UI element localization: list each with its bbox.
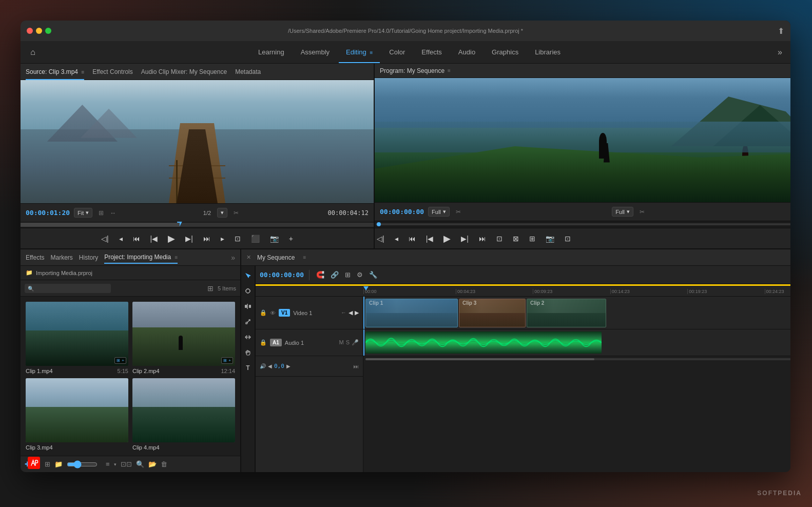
source-tab-metadata[interactable]: Metadata [235, 66, 261, 77]
source-loop-btn[interactable]: ⊡ [233, 232, 243, 245]
program-fit-dropdown[interactable]: Full ▾ [428, 207, 450, 217]
program-quality-dropdown[interactable]: Full ▾ [612, 207, 633, 217]
source-next-frame-btn[interactable]: ▶| [183, 232, 195, 245]
source-tab-clip[interactable]: Source: Clip 3.mp4 ≡ [26, 66, 84, 77]
tab-effects[interactable]: Effects [414, 45, 449, 59]
program-prev-frame-btn[interactable]: |◀ [424, 232, 436, 245]
project-tab-effects[interactable]: Effects [26, 252, 44, 263]
source-tab-effects[interactable]: Effect Controls [92, 66, 132, 77]
razor-tool-btn[interactable] [242, 316, 254, 327]
source-insert-btn[interactable]: ⬛ [249, 232, 262, 245]
source-next-btn[interactable]: ⏭ [201, 232, 212, 245]
a1-track-icons: M S 🎤 [339, 339, 359, 346]
clip-item-3[interactable]: Clip 3.mp4 [26, 378, 128, 451]
sequence-menu-icon[interactable]: ≡ [303, 255, 306, 260]
program-camera-btn[interactable]: 📷 [544, 232, 556, 245]
share-button[interactable]: ⬆ [778, 26, 784, 36]
more-tabs-button[interactable]: » [774, 46, 786, 59]
a1-lock-icon[interactable]: 🔒 [260, 339, 267, 346]
clip-item-1[interactable]: ⊞ + Clip 1.mp4 5:15 [26, 302, 128, 374]
program-timebar[interactable] [375, 221, 790, 228]
project-panel-more-btn[interactable]: » [231, 254, 235, 262]
v1-lock-icon[interactable]: 🔒 [260, 309, 267, 316]
batch-btn[interactable]: ⊡⊡ [121, 460, 132, 468]
slip-tool-btn[interactable] [242, 332, 254, 343]
home-button[interactable]: ⌂ [25, 44, 41, 61]
source-fit-dropdown[interactable]: Fit ▾ [74, 208, 92, 218]
timeline-clip-2[interactable]: Clip 3 [459, 299, 526, 327]
source-add-marker-btn[interactable]: + [287, 232, 295, 245]
program-monitor-menu-icon[interactable]: ≡ [448, 68, 451, 73]
program-step-back-btn[interactable]: ◂ [393, 232, 400, 245]
source-mark-in-btn[interactable]: ◁| [99, 232, 111, 245]
source-fraction-dropdown[interactable]: ▾ [217, 208, 227, 218]
program-multi-btn[interactable]: ⊡ [563, 232, 573, 245]
source-timebar[interactable] [21, 222, 374, 228]
project-tab-markers[interactable]: Markers [50, 252, 72, 263]
tab-editing[interactable]: Editing ≡ [339, 45, 380, 59]
clip-item-2[interactable]: ⊞ + Clip 2.mp4 12:14 [132, 302, 235, 374]
program-lift-btn[interactable]: ⊡ [494, 232, 505, 245]
bin-view-btn[interactable]: 📁 [54, 460, 63, 468]
source-step-back-btn[interactable]: ◂ [117, 232, 125, 245]
minimize-button[interactable] [36, 28, 42, 34]
source-prev-btn[interactable]: ⏮ [131, 232, 142, 245]
tab-color[interactable]: Color [382, 45, 412, 59]
close-button[interactable] [27, 28, 33, 34]
new-folder-btn[interactable]: 📂 [148, 460, 157, 468]
program-extract-btn[interactable]: ⊠ [511, 232, 521, 245]
source-timecode: 00:00:01:20 [26, 209, 70, 217]
audio-level-back-btn[interactable]: ◀ [268, 363, 272, 369]
source-step-fwd-btn[interactable]: ▸ [219, 232, 226, 245]
source-camera-btn[interactable]: 📷 [268, 232, 281, 245]
tl-snap-btn[interactable]: 🧲 [315, 269, 326, 280]
sort-btn[interactable]: ≡ [106, 460, 110, 468]
timeline-clip-1[interactable]: Clip 1 [365, 299, 458, 327]
tl-linked-btn[interactable]: 🔗 [329, 269, 340, 280]
a1-solo-icon[interactable]: S [346, 339, 350, 346]
sort-arrow-btn[interactable]: ▾ [114, 462, 117, 467]
timeline-ruler[interactable]: 00:00 00:04:23 00:09:23 00 [256, 284, 790, 297]
tab-assembly[interactable]: Assembly [294, 45, 337, 59]
tl-add-track-btn[interactable]: ⊞ [343, 269, 352, 280]
project-tab-project[interactable]: Project: Importing Media ≡ [104, 251, 178, 264]
tab-libraries[interactable]: Libraries [528, 45, 568, 59]
program-next-frame-btn[interactable]: ▶| [459, 232, 471, 245]
a1-mute-icon[interactable]: M [339, 339, 343, 346]
program-play-btn[interactable]: ▶ [441, 231, 453, 246]
new-bin-button[interactable]: ⊞ [207, 284, 214, 292]
search-input[interactable] [25, 284, 111, 293]
clip-item-4[interactable]: Clip 4.mp4 [132, 378, 235, 451]
program-compare-btn[interactable]: ⊞ [527, 232, 537, 245]
search-btn[interactable]: 🔍 [136, 460, 144, 468]
program-mark-in-btn[interactable]: ◁| [375, 232, 386, 245]
zoom-slider[interactable] [67, 460, 98, 469]
tab-graphics[interactable]: Graphics [485, 45, 526, 59]
track-select-tool-btn[interactable] [242, 285, 254, 297]
timeline-clip-3[interactable]: Clip 2 [527, 299, 606, 327]
maximize-button[interactable] [45, 28, 51, 34]
tab-audio[interactable]: Audio [451, 45, 482, 59]
audio-level-end-btn[interactable]: ⏭ [353, 363, 359, 369]
program-timecode-bar: 00:00:00:00 Full ▾ ✂ Full ▾ ✂ 00:00:14:2… [375, 202, 790, 221]
tl-wrench-btn[interactable]: 🔧 [368, 269, 379, 280]
program-prev-btn[interactable]: ⏮ [407, 232, 418, 245]
source-play-btn[interactable]: ▶ [166, 231, 177, 246]
program-next-btn[interactable]: ⏭ [477, 232, 488, 245]
icon-view-btn[interactable]: ⊞ [45, 460, 50, 468]
delete-btn[interactable]: 🗑 [161, 460, 167, 468]
timeline-scroll-bar[interactable] [363, 356, 790, 362]
audio-waveform[interactable] [365, 332, 602, 354]
v1-eye-icon[interactable]: 👁 [270, 310, 276, 316]
text-tool-btn[interactable]: T [242, 362, 254, 374]
tab-learning[interactable]: Learning [251, 45, 292, 59]
timeline-close-icon[interactable]: ✕ [246, 254, 251, 261]
source-prev-frame-btn[interactable]: |◀ [148, 232, 160, 245]
tl-settings-btn[interactable]: ⚙ [355, 269, 364, 280]
ripple-edit-tool-btn[interactable] [242, 301, 254, 312]
selection-tool-btn[interactable] [242, 270, 254, 281]
audio-level-fwd-btn[interactable]: ▶ [286, 363, 291, 369]
hand-tool-btn[interactable] [242, 347, 254, 358]
project-tab-history[interactable]: History [79, 252, 98, 263]
source-tab-audiomix[interactable]: Audio Clip Mixer: My Sequence [141, 66, 227, 77]
